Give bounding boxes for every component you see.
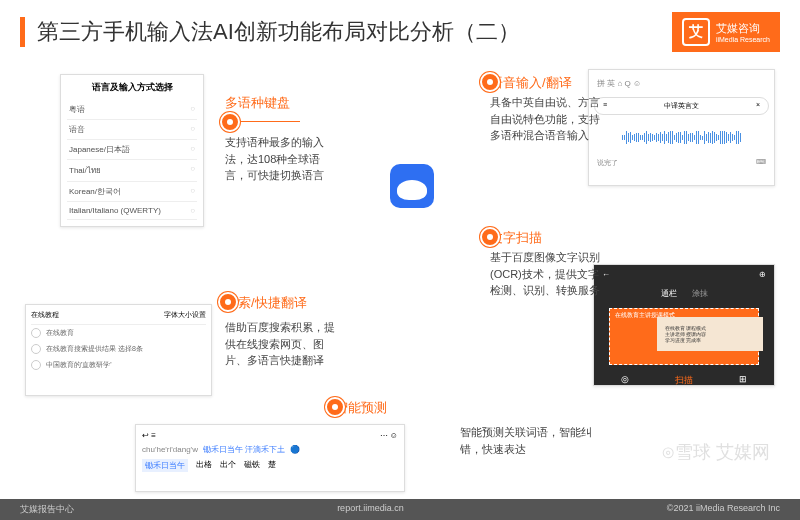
dot-icon [480, 72, 500, 92]
ocr-mock: ←⊕ 通栏涂抹 在线教育主讲授课模式 在线教育 课程模式主讲老师 授课内容学习进… [593, 264, 775, 386]
lang-mock: 语言及输入方式选择 粤语 语音 Japanese/日本語 Thai/ไทย Ko… [60, 74, 204, 227]
voice-label: 语音输入/翻译 [490, 74, 572, 92]
ocr-tabs: 通栏涂抹 [594, 284, 774, 303]
voice-input: ≡中译英言文× [594, 97, 769, 115]
content-area: 语言及输入方式选择 粤语 语音 Japanese/日本語 Thai/ไทย Ko… [0, 64, 800, 484]
search-item: 在线教育 [31, 325, 206, 341]
page-header: 第三方手机输入法AI创新功能布局对比分析（二） 艾 艾媒咨询 iiMedia R… [0, 0, 800, 64]
ocr-text: 在线教育 课程模式主讲老师 授课内容学习进度 完成率 [657, 317, 763, 351]
dot-icon [480, 227, 500, 247]
voice-wave [594, 120, 769, 155]
accent-bar [20, 17, 25, 47]
voice-tabs: 拼 英 ⌂ Q ☺ [594, 75, 769, 92]
lang-title: 语言及输入方式选择 [67, 81, 197, 94]
brand-logo: 艾 艾媒咨询 iiMedia Research [672, 12, 780, 52]
multilang-desc: 支持语种最多的输入法，达108种全球语言，可快捷切换语言 [225, 134, 335, 184]
predict-desc: 智能预测关联词语，智能纠错，快速表达 [460, 424, 610, 457]
voice-mock: 拼 英 ⌂ Q ☺ ≡中译英言文× 说完了⌨ [588, 69, 775, 186]
search-mock: 在线教程字体大小设置 在线教育 在线教育搜索提供结果 选择8条 中国教育的'直教… [25, 304, 212, 396]
voice-buttons: 说完了⌨ [594, 155, 769, 171]
logo-brand: 艾媒咨询 [716, 21, 770, 36]
voice-desc: 具备中英自由说、方言自由说特色功能，支持多语种混合语音输入 [490, 94, 600, 144]
ocr-desc: 基于百度图像文字识别(OCR)技术，提供文字检测、识别、转换服务 [490, 249, 600, 299]
footer-right: ©2021 iiMedia Research Inc [667, 503, 780, 516]
dot-icon [325, 397, 345, 417]
lang-item: 语音 [67, 120, 197, 140]
search-item: 中国教育的'直教研学' [31, 357, 206, 373]
footer-center: report.iimedia.cn [337, 503, 404, 516]
lang-item: 粤语 [67, 100, 197, 120]
logo-icon: 艾 [682, 18, 710, 46]
lang-item: Thai/ไทย [67, 160, 197, 182]
search-desc: 借助百度搜索积累，提供在线搜索网页、图片、多语言快捷翻译 [225, 319, 335, 369]
baidu-logo [390, 164, 440, 214]
multilang-label: 多语种键盘 [225, 94, 290, 112]
lang-item: Italian/Italiano (QWERTY) [67, 202, 197, 220]
search-tabs: 在线教程字体大小设置 [31, 310, 206, 325]
predict-input: chu'he'ri'dang'w 锄禾日当午 汗滴禾下土 🔵 [140, 442, 400, 457]
search-item: 在线教育搜索提供结果 选择8条 [31, 341, 206, 357]
ocr-top: ←⊕ [594, 265, 774, 284]
footer: 艾媒报告中心 report.iimedia.cn ©2021 iiMedia R… [0, 499, 800, 520]
dot-icon [218, 292, 238, 312]
connector-line [240, 121, 300, 122]
dot-icon [220, 112, 240, 132]
predict-top: ↩ ≡⋯ ☺ [140, 429, 400, 442]
ocr-bottom: ◎扫描⊞ [594, 370, 774, 391]
page-title: 第三方手机输入法AI创新功能布局对比分析（二） [37, 17, 672, 47]
lang-item: Japanese/日本語 [67, 140, 197, 160]
watermark: ⊙雪球 艾媒网 [661, 440, 770, 464]
predict-candidates: 锄禾日当午 出格 出个 磁铁 楚 [140, 457, 400, 474]
ocr-image: 在线教育主讲授课模式 在线教育 课程模式主讲老师 授课内容学习进度 完成率 [609, 308, 759, 365]
logo-sub: iiMedia Research [716, 36, 770, 43]
predict-mock: ↩ ≡⋯ ☺ chu'he'ri'dang'w 锄禾日当午 汗滴禾下土 🔵 锄禾… [135, 424, 405, 492]
lang-item: Korean/한국어 [67, 182, 197, 202]
footer-left: 艾媒报告中心 [20, 503, 74, 516]
